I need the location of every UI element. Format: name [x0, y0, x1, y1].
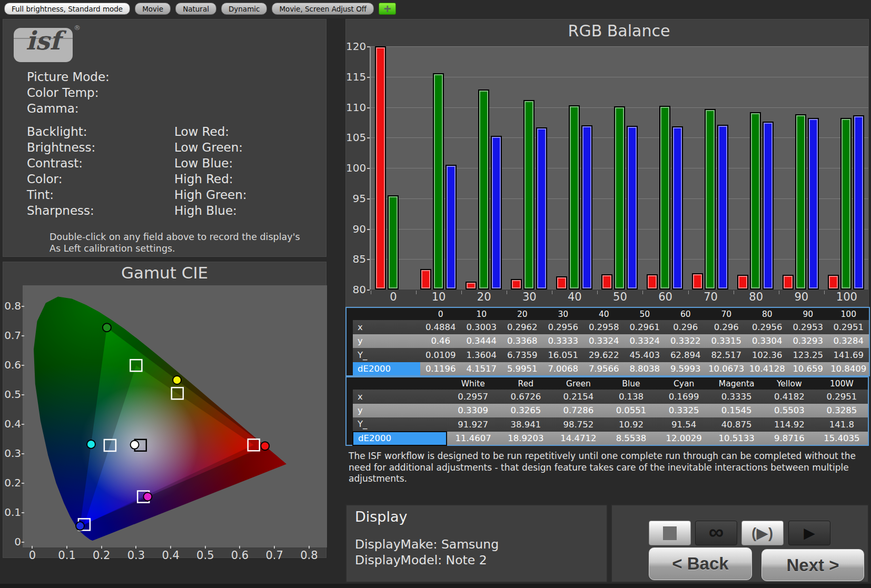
table-cell: 10.92 — [605, 417, 657, 432]
table-cell: 0.3265 — [499, 404, 552, 418]
settings-field-label[interactable]: Color Temp: — [27, 85, 110, 101]
measured-marker-cyan — [87, 440, 95, 449]
table-cell: 1.3604 — [461, 348, 502, 362]
table-cell: 0.296 — [706, 320, 747, 334]
gamut-x-tick-label: 0.1 — [56, 549, 77, 562]
layout-tab[interactable]: Dynamic — [221, 3, 268, 15]
table-cell: 29.622 — [583, 348, 625, 362]
rgb-x-tick-label: 60 — [642, 291, 688, 303]
table-cell: 102.36 — [747, 348, 788, 362]
table-cell: 0.2956 — [747, 320, 788, 334]
gamut-x-tick-label: 0.5 — [195, 549, 216, 562]
row-label[interactable]: Y_ — [353, 348, 420, 362]
rgb-balance-title: RGB Balance — [370, 22, 868, 40]
table-cell: 14.4712 — [552, 432, 605, 446]
row-label[interactable]: dE2000 — [353, 432, 447, 446]
rgb-y-tick-label: 90 — [346, 223, 366, 235]
settings-field-label[interactable]: Low Blue: — [174, 155, 247, 171]
gamut-cie-chart: 0.80.70.60.50.40.30.20.1000.10.20.30.40.… — [3, 283, 326, 557]
table-cell: 7.9566 — [583, 362, 625, 376]
settings-field-label[interactable]: High Green: — [174, 187, 247, 203]
gamut-x-tick-label: 0.6 — [229, 549, 250, 562]
mode-fields: Picture Mode:Color Temp:Gamma: — [27, 69, 110, 116]
layout-tab[interactable]: Movie — [135, 3, 171, 15]
layout-tab[interactable]: Full brightness, Standard mode — [4, 3, 130, 15]
row-edge-cell — [346, 334, 353, 348]
column-header: Green — [552, 377, 605, 390]
table-row: y0.33090.32650.72860.05510.33250.15450.5… — [346, 404, 868, 418]
row-label[interactable]: y — [353, 334, 420, 348]
row-label[interactable]: x — [353, 390, 447, 404]
gamut-y-tick-label: 0.3 — [4, 447, 21, 460]
settings-field-label[interactable]: High Red: — [174, 171, 247, 187]
red-bar — [647, 274, 658, 290]
settings-field-label[interactable]: Brightness: — [27, 139, 174, 155]
table-cell: 11.4607 — [447, 432, 499, 446]
workflow-note: The ISF workflow is designed to be run r… — [345, 449, 864, 487]
gamut-cie-panel: Gamut CIE 0.80.70.60.50.40.30.20.1000.10… — [3, 262, 326, 558]
stop-button[interactable] — [649, 521, 691, 545]
stop-icon — [663, 526, 677, 540]
table-cell: 10.4128 — [747, 362, 788, 376]
row-edge-cell — [346, 320, 353, 334]
row-edge-cell — [346, 404, 353, 418]
rgb-x-axis: 0102030405060708090100 — [371, 291, 869, 303]
row-label[interactable]: dE2000 — [353, 362, 420, 376]
column-header: 70 — [706, 307, 747, 320]
measured-marker-magenta — [143, 493, 152, 501]
table-cell: 0.3335 — [710, 390, 763, 404]
settings-field-label[interactable]: Color: — [27, 171, 174, 187]
column-header: Yellow — [763, 377, 816, 390]
row-label[interactable]: Y_ — [353, 417, 447, 432]
settings-field-label[interactable]: Low Red: — [174, 124, 247, 139]
infinity-icon: ∞ — [709, 521, 724, 542]
settings-field-label[interactable]: Gamma: — [27, 101, 110, 116]
settings-field-label[interactable]: Sharpness: — [27, 203, 174, 218]
table-cell: 123.25 — [788, 348, 829, 362]
row-label[interactable]: x — [353, 320, 420, 334]
row-edge-cell — [346, 390, 353, 404]
display-title: Display — [355, 509, 408, 525]
blue-bar — [446, 165, 457, 290]
play-button[interactable]: ▶ — [788, 521, 830, 545]
settings-field-label[interactable]: Backlight: — [27, 124, 174, 139]
rgb-x-tick-label: 0 — [371, 291, 416, 303]
layout-tab[interactable]: Movie, Screen Adjust Off — [272, 3, 374, 15]
next-button[interactable]: Next > — [761, 549, 864, 581]
back-button[interactable]: < Back — [649, 547, 752, 580]
settings-field-label[interactable]: Tint: — [27, 187, 174, 203]
blue-bar — [627, 126, 638, 290]
green-bar — [569, 105, 580, 290]
as-left-note: Double-click on any field above to recor… — [50, 231, 300, 254]
table-cell: 10.5133 — [710, 432, 763, 446]
table-cell: 6.7359 — [502, 348, 543, 362]
layout-tab[interactable]: Natural — [175, 3, 216, 15]
settings-field-label[interactable]: High Blue: — [174, 203, 247, 218]
red-bar — [375, 46, 386, 290]
table-cell: 0.2958 — [583, 320, 625, 334]
table-cell: 0.2953 — [788, 320, 829, 334]
play-once-button[interactable]: (▶) — [741, 521, 784, 545]
settings-field-label[interactable]: Picture Mode: — [27, 69, 110, 85]
bar-group — [823, 115, 868, 290]
table-cell: 4.1517 — [461, 362, 502, 376]
row-label[interactable]: y — [353, 404, 447, 418]
column-header: 50 — [625, 307, 666, 320]
add-layout-button[interactable]: + — [379, 3, 396, 15]
bar-group — [733, 112, 778, 290]
table-cell: 9.5993 — [665, 362, 706, 376]
table-cell: 0.2962 — [502, 320, 543, 334]
gamut-y-tick-label: 0.2 — [4, 476, 21, 489]
table-row: Y_91.92738.94198.75210.9291.5440.875114.… — [346, 417, 868, 432]
table-cell: 0.3293 — [788, 334, 829, 348]
settings-field-label[interactable]: Low Green: — [174, 139, 247, 155]
loop-button[interactable]: ∞ — [695, 521, 737, 545]
settings-field-label[interactable]: Contrast: — [27, 155, 174, 171]
layout-tabs: Full brightness, Standard modeMovieNatur… — [4, 3, 374, 15]
rgb-x-tick-label: 90 — [779, 291, 824, 303]
gamut-y-tick-label: 0.1 — [4, 506, 21, 519]
table-cell: 0.1545 — [710, 404, 763, 418]
table-cell: 0.3284 — [828, 334, 869, 348]
registered-mark: ® — [74, 24, 81, 32]
red-bar — [601, 274, 612, 290]
